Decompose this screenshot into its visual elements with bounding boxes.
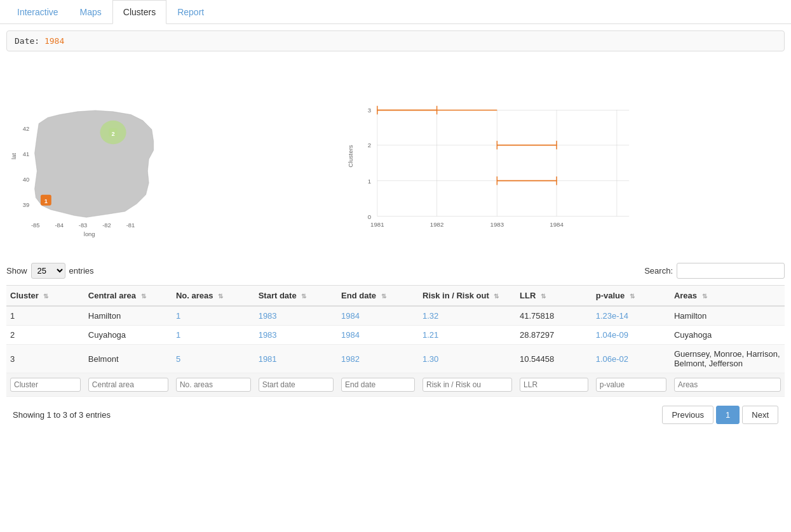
filter-cluster[interactable] [10,378,81,392]
y-tick-1: 1 [368,178,371,185]
x-tick-1981: 1981 [370,221,384,228]
filter-no-areas[interactable] [176,378,251,392]
entries-label: entries [69,266,94,276]
date-bar: Date: 1984 [6,30,785,51]
sort-icon-llr: ⇅ [541,293,546,300]
filter-areas[interactable] [674,378,781,392]
ohio-map [35,110,154,217]
table-cell: 3 [6,345,85,373]
prev-button[interactable]: Previous [662,406,713,424]
sort-icon-end-date: ⇅ [381,293,386,300]
map-container: lat 39 40 41 42 -85 -84 -83 -82 -81 long… [0,64,203,250]
table-cell: Guernsey, Monroe, Harrison, Belmont, Jef… [670,345,785,373]
th-end-date[interactable]: End date ⇅ [337,286,419,307]
search-box: Search: [644,263,785,279]
table-cell[interactable]: 1984 [337,306,419,326]
table-cell[interactable]: 1 [172,306,255,326]
table-cell[interactable]: 1.32 [419,306,516,326]
pagination-area: Showing 1 to 3 of 3 entries Previous 1 N… [6,399,785,430]
filter-llr[interactable] [520,378,588,392]
y-tick-42: 42 [23,126,29,132]
x-tick-1982: 1982 [430,221,443,228]
table-cell: 1 [6,306,85,326]
cluster-2-label: 2 [111,131,114,137]
page-1-button[interactable]: 1 [716,406,740,424]
th-central-area-label: Central area [88,291,136,300]
table-cell: 10.54458 [516,345,592,373]
table-cell[interactable]: 1.21 [419,326,516,345]
y-tick-39: 39 [23,202,29,208]
th-p-value[interactable]: p-value ⇅ [592,286,670,307]
table-cell: Cuyahoga [670,326,785,345]
th-risk-label: Risk in / Risk out [423,291,489,300]
th-end-date-label: End date [341,291,376,300]
sort-icon-no-areas: ⇅ [218,293,223,300]
table-cell: Belmont [85,345,172,373]
timeline-container: Clusters 0 1 2 3 1981 1982 1983 1984 [203,64,785,250]
search-input[interactable] [677,263,785,279]
y-axis-label: lat [11,153,17,159]
x-tick-1983: 1983 [490,221,504,228]
table-row: 1Hamilton1198319841.3241.758181.23e-14Ha… [6,306,785,326]
table-cell[interactable]: 1.30 [419,345,516,373]
table-cell[interactable]: 1.04e-09 [592,326,670,345]
tab-interactive[interactable]: Interactive [6,0,69,24]
table-cell: 2 [6,326,85,345]
timeline-y-label: Clusters [347,145,354,168]
table-cell[interactable]: 1.06e-02 [592,345,670,373]
x-tick-85: -85 [31,222,40,229]
timeline-svg: Clusters 0 1 2 3 1981 1982 1983 1984 [203,64,785,248]
table-row: 3Belmont5198119821.3010.544581.06e-02Gue… [6,345,785,373]
th-llr[interactable]: LLR ⇅ [516,286,592,307]
table-section: Show 10 25 50 100 entries Search: Cluste… [0,256,791,437]
table-cell: 28.87297 [516,326,592,345]
date-value: 1984 [44,36,64,46]
cluster-1-label: 1 [44,198,48,204]
table-cell: 41.75818 [516,306,592,326]
x-tick-84: -84 [55,222,64,229]
th-central-area[interactable]: Central area ⇅ [85,286,172,307]
th-cluster[interactable]: Cluster ⇅ [6,286,85,307]
tab-clusters[interactable]: Clusters [112,0,166,24]
filter-central-area[interactable] [88,378,168,392]
table-cell[interactable]: 5 [172,345,255,373]
y-tick-40: 40 [23,176,29,183]
th-risk[interactable]: Risk in / Risk out ⇅ [419,286,516,307]
y-tick-2: 2 [368,142,371,149]
filter-row [6,373,785,397]
filter-start-date[interactable] [259,378,334,392]
data-table: Cluster ⇅ Central area ⇅ No. areas ⇅ Sta… [6,285,785,397]
table-cell[interactable]: 1983 [255,306,337,326]
pagination-buttons: Previous 1 Next [662,406,778,424]
th-start-date-label: Start date [259,291,297,300]
tab-report[interactable]: Report [166,0,215,24]
filter-p-value[interactable] [596,378,666,392]
th-llr-label: LLR [520,291,536,300]
tab-maps[interactable]: Maps [69,0,112,24]
search-label: Search: [644,266,673,276]
show-label: Show [6,266,27,276]
tabs-bar: Interactive Maps Clusters Report [0,0,791,24]
filter-risk[interactable] [423,378,512,392]
sort-icon-cluster: ⇅ [43,293,48,300]
th-no-areas[interactable]: No. areas ⇅ [172,286,255,307]
th-start-date[interactable]: Start date ⇅ [255,286,337,307]
th-no-areas-label: No. areas [176,291,213,300]
table-cell[interactable]: 1983 [255,326,337,345]
th-areas[interactable]: Areas ⇅ [670,286,785,307]
entries-select[interactable]: 10 25 50 100 [31,263,65,279]
table-cell[interactable]: 1982 [337,345,419,373]
table-cell[interactable]: 1984 [337,326,419,345]
sort-icon-p-value: ⇅ [630,293,635,300]
th-areas-label: Areas [674,291,697,300]
sort-icon-start-date: ⇅ [301,293,306,300]
y-tick-0: 0 [368,213,371,220]
filter-end-date[interactable] [341,378,415,392]
y-tick-3: 3 [368,107,371,114]
table-cell[interactable]: 1 [172,326,255,345]
table-cell: Hamilton [670,306,785,326]
table-cell[interactable]: 1.23e-14 [592,306,670,326]
next-button[interactable]: Next [742,406,778,424]
table-cell[interactable]: 1981 [255,345,337,373]
sort-icon-central-area: ⇅ [141,293,146,300]
